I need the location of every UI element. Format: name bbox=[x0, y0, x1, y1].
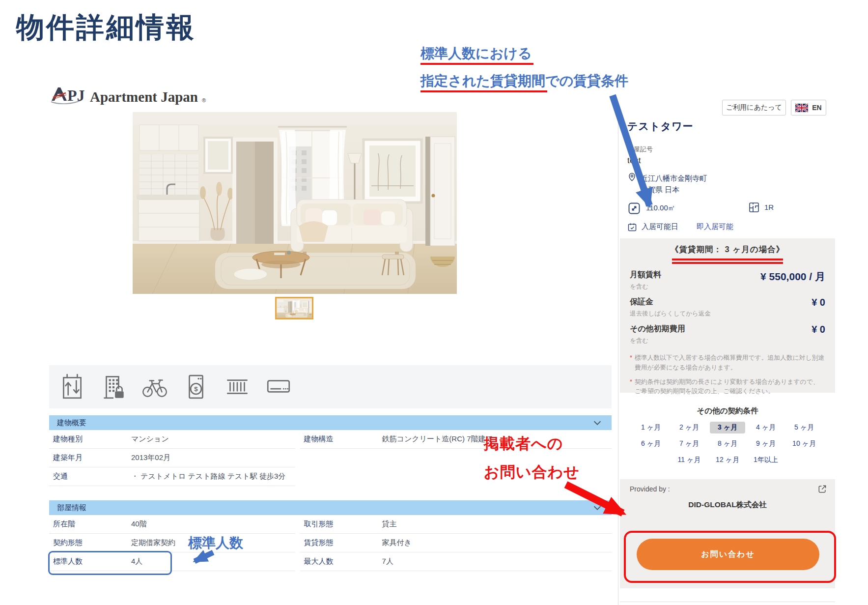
property-address: 近江八幡市金剛寺町 滋賀県 日本 bbox=[627, 173, 834, 196]
property-meta: 110.00㎡ 1R bbox=[627, 202, 834, 217]
table-row: 契約形態定期借家契約 賃貸形態家具付き bbox=[49, 534, 612, 552]
annotation-underline-2 bbox=[420, 90, 547, 92]
property-summary: テストタワー 部屋記号 test 近江八幡市金剛寺町 滋賀県 日本 110.00… bbox=[627, 119, 834, 232]
row-label: 最大人数 bbox=[300, 557, 382, 566]
chevron-down-icon[interactable] bbox=[592, 502, 603, 513]
price-row-rent: 月額賃料 を含む ¥ 550,000 / 月 bbox=[630, 270, 825, 291]
price-row-deposit: 保証金 退去後しばらくしてから返金 ¥ 0 bbox=[630, 297, 825, 318]
standard-occupancy-highlight-box bbox=[48, 551, 172, 575]
divider bbox=[620, 602, 835, 602]
price-row-initial-cost: その他初期費用 を含む ¥ 0 bbox=[630, 324, 825, 345]
row-label: 所在階 bbox=[49, 519, 131, 529]
brand-logo[interactable]: PJ Apartment Japan ® bbox=[51, 86, 206, 104]
row-label: 建物種別 bbox=[49, 434, 131, 444]
calendar-check-icon bbox=[627, 222, 637, 232]
row-value: 貸主 bbox=[382, 519, 397, 529]
term-option-1month[interactable]: 1 ヶ月 bbox=[637, 422, 665, 433]
row-value: 40階 bbox=[131, 519, 147, 529]
annotation-publisher-line2: お問い合わせ bbox=[484, 462, 580, 483]
term-option-5months[interactable]: 5 ヶ月 bbox=[790, 422, 818, 433]
uk-flag-icon bbox=[795, 104, 808, 112]
rental-period-title: 《賃貸期間： 3 ヶ月の場合》 bbox=[630, 244, 825, 255]
row-label: 建築年月 bbox=[49, 453, 131, 462]
term-option-12months[interactable]: 12 ヶ月 bbox=[714, 454, 741, 466]
term-option-9months[interactable]: 9 ヶ月 bbox=[752, 438, 780, 450]
bicycle-parking-icon bbox=[140, 373, 169, 401]
contract-terms-title: その他の契約条件 bbox=[620, 406, 835, 416]
term-option-4months[interactable]: 4 ヶ月 bbox=[752, 422, 780, 433]
svg-text:$: $ bbox=[194, 385, 198, 393]
row-label: 契約形態 bbox=[49, 538, 131, 547]
location-pin-icon bbox=[627, 173, 637, 182]
price-label: 保証金 bbox=[630, 297, 711, 307]
term-option-over1year[interactable]: 1年以上 bbox=[752, 454, 780, 466]
layout-value: 1R bbox=[764, 203, 774, 211]
annotation-standard-occupancy: 標準人数 bbox=[188, 534, 243, 552]
heating-icon bbox=[223, 373, 252, 401]
page-title: 物件詳細情報 bbox=[16, 9, 196, 47]
term-option-8months[interactable]: 8 ヶ月 bbox=[714, 438, 741, 450]
chevron-down-icon[interactable] bbox=[592, 417, 603, 428]
note-asterisk: * bbox=[630, 353, 632, 373]
brand-name: Apartment Japan bbox=[90, 90, 198, 104]
room-code-value: test bbox=[627, 156, 834, 166]
row-value: 家具付き bbox=[382, 538, 412, 547]
usage-guide-button[interactable]: ご利用にあたって bbox=[722, 100, 786, 115]
auto-lock-icon bbox=[99, 373, 128, 401]
living-room-photo bbox=[133, 112, 457, 294]
table-row: 所在階40階 取引形態貸主 bbox=[49, 515, 612, 534]
address-line2: 滋賀県 日本 bbox=[641, 184, 707, 195]
building-overview-title: 建物概要 bbox=[57, 418, 86, 428]
room-info-title: 部屋情報 bbox=[57, 503, 86, 513]
row-label: 交通 bbox=[49, 472, 131, 481]
air-conditioner-icon bbox=[264, 373, 293, 401]
annotation-top-line2: 指定された賃貸期間での賃貸条件 bbox=[420, 72, 628, 90]
note-text: 標準人数以下で入居する場合の概算費用です。追加人数に対し別途費用が必要になる場合… bbox=[635, 353, 825, 373]
amenities-bar: $ bbox=[49, 365, 612, 408]
price-sublabel: 退去後しばらくしてから返金 bbox=[630, 310, 711, 318]
brand-registered-mark: ® bbox=[202, 97, 206, 103]
annotation-double-underline bbox=[672, 259, 783, 264]
term-options: 1 ヶ月 2 ヶ月 3 ヶ月 4 ヶ月 5 ヶ月 6 ヶ月 7 ヶ月 8 ヶ月 … bbox=[620, 422, 835, 466]
row-label: 取引形態 bbox=[300, 519, 382, 529]
term-option-11months[interactable]: 11 ヶ月 bbox=[675, 454, 703, 466]
row-value: 定期借家契約 bbox=[131, 538, 175, 547]
coin-laundry-icon: $ bbox=[182, 373, 210, 401]
note-asterisk: * bbox=[630, 377, 632, 397]
term-option-6months[interactable]: 6 ヶ月 bbox=[637, 438, 665, 450]
note-text: 契約条件は契約期間の長さにより変動する場合がありますので、ご希望の契約期間を設定… bbox=[635, 377, 825, 397]
price-value: ¥ 0 bbox=[812, 324, 825, 345]
row-value: 2013年02月 bbox=[131, 453, 170, 462]
building-overview-header[interactable]: 建物概要 bbox=[49, 415, 612, 430]
photo-thumbnail-selected[interactable] bbox=[275, 297, 313, 319]
row-value: 鉄筋コンクリート造(RC) 7階建て bbox=[382, 434, 493, 444]
row-value: ・ テストメトロ テスト路線 テスト駅 徒歩3分 bbox=[131, 472, 285, 481]
provider-name: DID-GLOBAL株式会社 bbox=[620, 500, 835, 510]
room-code-label: 部屋記号 bbox=[627, 145, 834, 154]
property-name: テストタワー bbox=[627, 119, 834, 133]
price-sublabel: を含む bbox=[630, 283, 661, 291]
address-line1: 近江八幡市金剛寺町 bbox=[641, 173, 707, 184]
floor-area-icon bbox=[627, 202, 641, 215]
external-link-icon[interactable] bbox=[817, 484, 827, 494]
provided-by-label: Provided by : bbox=[630, 485, 670, 493]
price-label: その他初期費用 bbox=[630, 324, 685, 334]
sidebar-divider bbox=[618, 116, 618, 605]
term-option-3months-selected[interactable]: 3 ヶ月 bbox=[710, 422, 745, 433]
move-in-value: 即入居可能 bbox=[697, 222, 733, 231]
floor-area-value: 110.00㎡ bbox=[646, 203, 675, 213]
pricing-panel: 《賃貸期間： 3 ヶ月の場合》 月額賃料 を含む ¥ 550,000 / 月 保… bbox=[620, 238, 835, 393]
term-option-7months[interactable]: 7 ヶ月 bbox=[675, 438, 703, 450]
term-option-10months[interactable]: 10 ヶ月 bbox=[790, 438, 818, 450]
elevator-icon bbox=[58, 373, 86, 401]
contact-button[interactable]: お問い合わせ bbox=[637, 539, 819, 570]
language-button[interactable]: EN bbox=[791, 100, 826, 115]
term-option-2months[interactable]: 2 ヶ月 bbox=[675, 422, 703, 433]
annotation-underline-1 bbox=[420, 63, 533, 65]
pricing-notes: *標準人数以下で入居する場合の概算費用です。追加人数に対し別途費用が必要になる場… bbox=[630, 353, 825, 396]
contract-terms-section: その他の契約条件 1 ヶ月 2 ヶ月 3 ヶ月 4 ヶ月 5 ヶ月 6 ヶ月 7… bbox=[620, 406, 835, 466]
price-label: 月額賃料 bbox=[630, 270, 661, 280]
floorplan-icon bbox=[748, 202, 760, 213]
room-info-header[interactable]: 部屋情報 bbox=[49, 500, 612, 515]
language-label: EN bbox=[812, 104, 821, 112]
